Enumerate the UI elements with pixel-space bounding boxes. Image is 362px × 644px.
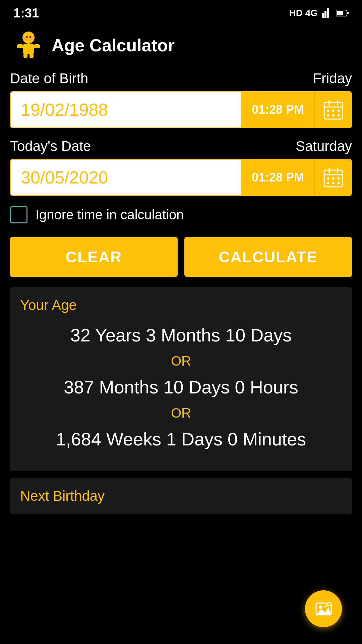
svg-point-24 xyxy=(332,114,334,116)
svg-point-21 xyxy=(332,109,334,112)
dob-day: Friday xyxy=(313,70,352,87)
results-section: Your Age 32 Years 3 Months 10 Days OR 38… xyxy=(10,287,352,471)
app-header: Age Calculator xyxy=(0,23,362,70)
svg-rect-13 xyxy=(34,44,40,48)
svg-point-32 xyxy=(337,177,340,179)
svg-point-25 xyxy=(337,114,340,116)
age-line-2: 387 Months 10 Days 0 Hours xyxy=(20,375,342,399)
app-icon xyxy=(13,30,44,60)
status-icons: HD 4G xyxy=(289,8,349,18)
baby-icon xyxy=(13,30,44,60)
svg-marker-1 xyxy=(324,11,326,18)
svg-rect-15 xyxy=(29,53,34,58)
svg-point-9 xyxy=(26,36,28,38)
status-time: 1:31 xyxy=(13,6,39,20)
svg-rect-14 xyxy=(23,53,27,58)
results-title: Your Age xyxy=(20,297,342,313)
svg-marker-2 xyxy=(327,8,329,18)
ignore-time-row: Ignore time in calculation xyxy=(10,206,352,223)
share-icon xyxy=(314,600,333,618)
status-bar: 1:31 HD 4G xyxy=(0,0,362,23)
action-buttons: CLEAR CALCULATE xyxy=(10,237,352,277)
svg-point-35 xyxy=(337,182,340,184)
age-line-3: 1,684 Weeks 1 Days 0 Minutes xyxy=(20,427,342,451)
today-input-row[interactable]: 30/05/2020 01:28 PM xyxy=(10,159,352,196)
svg-point-10 xyxy=(29,36,31,38)
svg-point-30 xyxy=(327,177,329,179)
network-label: HD 4G xyxy=(289,8,318,18)
dob-time-button[interactable]: 01:28 PM xyxy=(241,92,314,127)
today-time-button[interactable]: 01:28 PM xyxy=(241,160,314,195)
today-section: Today's Date Saturday 30/05/2020 01:28 P… xyxy=(10,138,352,196)
app-title: Age Calculator xyxy=(52,35,175,55)
dob-calendar-button[interactable] xyxy=(314,92,351,127)
dob-label: Date of Birth xyxy=(10,70,88,87)
today-label: Today's Date xyxy=(10,138,91,154)
svg-point-6 xyxy=(22,32,35,44)
today-day: Saturday xyxy=(296,138,352,154)
calendar-icon-2 xyxy=(322,167,344,189)
svg-point-34 xyxy=(332,182,334,184)
svg-line-40 xyxy=(324,604,328,607)
battery-icon xyxy=(336,9,349,17)
svg-rect-12 xyxy=(17,44,23,48)
dob-date-value[interactable]: 19/02/1988 xyxy=(11,92,241,127)
svg-point-31 xyxy=(332,177,334,179)
next-birthday-section: Next Birthday xyxy=(10,478,352,514)
clear-button[interactable]: CLEAR xyxy=(10,237,178,277)
today-date-value[interactable]: 30/05/2020 xyxy=(11,160,241,195)
dob-label-row: Date of Birth Friday xyxy=(10,70,352,87)
main-content: Date of Birth Friday 19/02/1988 01:28 PM xyxy=(0,70,362,514)
calendar-icon xyxy=(322,99,344,121)
today-calendar-button[interactable] xyxy=(314,160,351,195)
ignore-time-checkbox[interactable] xyxy=(10,206,27,223)
signal-icon xyxy=(322,8,332,18)
svg-point-22 xyxy=(337,109,340,112)
today-label-row: Today's Date Saturday xyxy=(10,138,352,154)
svg-rect-5 xyxy=(347,12,349,14)
or-divider-1: OR xyxy=(20,354,342,369)
or-divider-2: OR xyxy=(20,406,342,421)
svg-point-20 xyxy=(327,109,329,112)
svg-point-33 xyxy=(327,182,329,184)
fab-share-button[interactable] xyxy=(305,590,342,627)
svg-point-37 xyxy=(319,605,322,609)
svg-marker-38 xyxy=(316,607,331,615)
svg-point-23 xyxy=(327,114,329,116)
calculate-button[interactable]: CALCULATE xyxy=(184,237,352,277)
ignore-time-label: Ignore time in calculation xyxy=(36,207,184,222)
svg-rect-11 xyxy=(23,44,34,54)
svg-marker-0 xyxy=(322,13,324,18)
dob-input-row[interactable]: 19/02/1988 01:28 PM xyxy=(10,91,352,128)
svg-rect-4 xyxy=(337,11,343,15)
next-birthday-label: Next Birthday xyxy=(20,488,105,504)
age-line-1: 32 Years 3 Months 10 Days xyxy=(20,323,342,347)
dob-section: Date of Birth Friday 19/02/1988 01:28 PM xyxy=(10,70,352,128)
